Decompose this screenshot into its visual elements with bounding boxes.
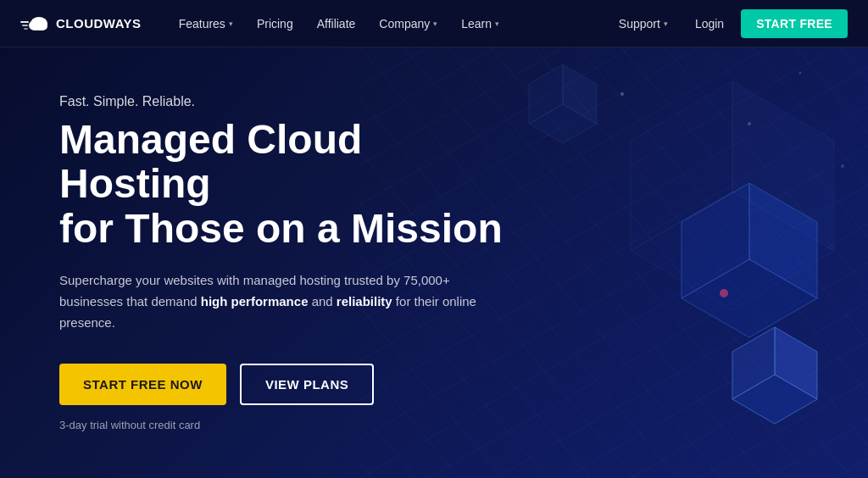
cloudways-logo-icon [20, 13, 49, 35]
features-caret-icon: ▾ [229, 19, 233, 28]
svg-point-23 [720, 289, 728, 297]
learn-caret-icon: ▾ [495, 19, 499, 28]
start-free-now-button[interactable]: START FREE NOW [59, 364, 226, 405]
view-plans-button[interactable]: VIEW PLANS [240, 364, 374, 405]
svg-marker-7 [732, 81, 834, 251]
nav-company[interactable]: Company ▾ [369, 10, 448, 37]
svg-rect-2 [24, 28, 28, 30]
logo[interactable]: CLOUDWAYS [20, 13, 142, 35]
hero-title-line1: Managed Cloud Hosting [59, 117, 362, 207]
nav-links-right: Support ▾ Login START FREE [609, 9, 848, 38]
nav-login[interactable]: Login [682, 10, 737, 37]
svg-marker-10 [749, 183, 817, 298]
svg-marker-18 [529, 104, 597, 143]
svg-marker-14 [732, 327, 775, 399]
company-caret-icon: ▾ [433, 19, 437, 28]
svg-marker-16 [563, 64, 597, 124]
nav-start-free-button[interactable]: START FREE [741, 9, 848, 38]
navbar: CLOUDWAYS Features ▾ Pricing Affiliate C… [0, 0, 868, 47]
nav-features[interactable]: Features ▾ [169, 10, 243, 37]
brand-name: CLOUDWAYS [56, 16, 142, 31]
nav-support[interactable]: Support ▾ [609, 10, 678, 37]
svg-point-21 [799, 72, 802, 75]
nav-learn[interactable]: Learn ▾ [451, 10, 509, 37]
svg-point-5 [37, 22, 47, 31]
svg-marker-11 [682, 183, 749, 298]
hero-title: Managed Cloud Hosting for Those on a Mis… [59, 118, 509, 252]
hero-section: Fast. Simple. Reliable. Managed Cloud Ho… [0, 47, 868, 478]
svg-point-22 [841, 164, 844, 168]
svg-marker-13 [775, 327, 817, 399]
svg-point-20 [748, 122, 751, 125]
support-caret-icon: ▾ [664, 19, 668, 28]
svg-marker-9 [631, 192, 834, 310]
hero-tagline: Fast. Simple. Reliable. [59, 94, 509, 109]
hero-description: Supercharge your websites with managed h… [59, 270, 483, 333]
hero-buttons: START FREE NOW VIEW PLANS [59, 364, 509, 405]
hero-content: Fast. Simple. Reliable. Managed Cloud Ho… [0, 94, 509, 432]
hero-desc-bold2: reliability [337, 294, 392, 308]
nav-affiliate[interactable]: Affiliate [307, 10, 366, 37]
svg-marker-8 [631, 81, 732, 251]
svg-rect-1 [22, 25, 28, 26]
svg-point-19 [620, 92, 624, 96]
svg-marker-17 [529, 64, 563, 124]
hero-title-line2: for Those on a Mission [59, 206, 503, 251]
nav-links-left: Features ▾ Pricing Affiliate Company ▾ L… [169, 10, 609, 37]
svg-marker-15 [732, 375, 817, 424]
trial-note: 3-day trial without credit card [59, 419, 509, 431]
hero-desc-middle: and [308, 294, 336, 308]
svg-rect-0 [20, 21, 29, 23]
nav-pricing[interactable]: Pricing [247, 10, 303, 37]
svg-marker-12 [682, 259, 817, 337]
hero-desc-bold1: high performance [201, 294, 309, 308]
